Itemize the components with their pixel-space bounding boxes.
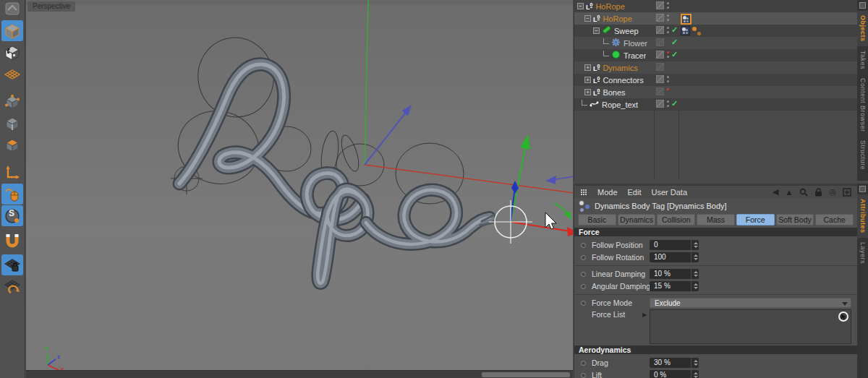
tab-structure[interactable]: Structure: [857, 136, 868, 174]
visibility-toggle[interactable]: [656, 26, 664, 34]
points-mode-button[interactable]: [1, 91, 23, 112]
force-mode-dropdown[interactable]: Exclude: [650, 298, 851, 308]
perspective-viewport[interactable]: Y z x Perspective: [26, 0, 573, 378]
force-list-box[interactable]: [650, 309, 851, 344]
editor-render-dots[interactable]: [667, 51, 670, 60]
tweak-mode-button[interactable]: [1, 184, 23, 205]
object-row-horope[interactable]: L0 HoRope: [574, 0, 857, 12]
angular-damping-input[interactable]: 15 %: [650, 281, 699, 291]
stepper-arrows[interactable]: [691, 240, 699, 250]
object-row-dynamics[interactable]: L0 Dynamics: [574, 61, 857, 74]
visibility-toggle[interactable]: [656, 87, 664, 95]
section-force[interactable]: Force: [574, 228, 857, 236]
keyframe-circle[interactable]: [581, 373, 586, 378]
magnet-button[interactable]: [1, 230, 23, 251]
polygons-mode-button[interactable]: [1, 134, 23, 155]
target-icon[interactable]: ◎: [829, 187, 836, 197]
tab-attributes[interactable]: Attributes: [857, 194, 868, 238]
viewport-camera-label[interactable]: Perspective: [27, 1, 75, 12]
object-row-connectors[interactable]: L0 Connectors: [574, 74, 857, 86]
visibility-toggle[interactable]: [656, 75, 664, 83]
follow-rotation-input[interactable]: 100: [650, 252, 699, 262]
linear-damping-input[interactable]: 10 %: [650, 269, 699, 279]
dynamics-body-tag-selected[interactable]: [681, 14, 692, 25]
keyframe-circle[interactable]: [581, 243, 586, 248]
dynamics-body-tag[interactable]: [681, 26, 690, 35]
collapse-icon[interactable]: [593, 27, 600, 34]
enabled-check[interactable]: ✓: [671, 99, 678, 108]
visibility-toggle[interactable]: [656, 51, 664, 59]
lock-icon[interactable]: [814, 188, 822, 197]
editor-render-dots[interactable]: [667, 14, 670, 23]
collapse-icon[interactable]: [577, 3, 584, 9]
object-row-rope-text[interactable]: Rope_text ✓: [574, 98, 857, 111]
up-arrow-icon[interactable]: ▲: [786, 188, 793, 197]
menu-edit[interactable]: Edit: [628, 188, 642, 197]
collapse-icon[interactable]: [584, 15, 591, 22]
edges-mode-button[interactable]: [1, 113, 23, 134]
object-row-flower[interactable]: Flower ✓: [574, 37, 857, 49]
visibility-toggle[interactable]: [656, 63, 664, 71]
menu-mode[interactable]: Mode: [597, 188, 618, 197]
tab-takes[interactable]: Takes: [857, 46, 868, 74]
editor-render-dots[interactable]: [667, 76, 670, 85]
editor-render-dots[interactable]: [667, 100, 670, 109]
enabled-check[interactable]: ✓: [671, 50, 678, 59]
search-icon[interactable]: [799, 188, 808, 197]
tab-layers[interactable]: Layers: [857, 238, 868, 268]
tab-content-browser[interactable]: Content Browser: [857, 74, 868, 137]
add-panel-icon[interactable]: [843, 188, 851, 197]
panel-grid-icon[interactable]: [580, 189, 587, 196]
tab-soft-body[interactable]: Soft Body: [776, 214, 814, 225]
stepper-arrows[interactable]: [691, 358, 699, 368]
texture-mode-button[interactable]: [1, 42, 23, 63]
visibility-toggle[interactable]: [656, 38, 664, 46]
stepper-arrows[interactable]: [691, 269, 699, 279]
menu-user-data[interactable]: User Data: [652, 188, 688, 197]
tab-dynamics[interactable]: Dynamics: [618, 214, 656, 225]
back-arrow-icon[interactable]: ◀: [773, 187, 778, 197]
model-mode-button[interactable]: [1, 20, 23, 41]
stepper-arrows[interactable]: [691, 281, 699, 291]
drag-input[interactable]: 30 %: [650, 358, 699, 368]
keyframe-circle[interactable]: [581, 301, 586, 306]
convert-clipped-icon[interactable]: [1, 1, 23, 17]
lift-input[interactable]: 0 %: [650, 370, 699, 378]
visibility-toggle[interactable]: [656, 1, 664, 9]
keyframe-circle[interactable]: [581, 272, 586, 277]
expand-icon[interactable]: [584, 77, 591, 83]
visibility-toggle[interactable]: [656, 14, 664, 22]
object-row-sweep[interactable]: Sweep ✓: [574, 25, 857, 37]
object-row-horope-child[interactable]: L0 HoRope: [574, 12, 857, 25]
stepper-arrows[interactable]: [691, 370, 699, 378]
horizontal-scrollbar[interactable]: [482, 372, 570, 377]
snap-button[interactable]: S: [1, 205, 23, 226]
tab-mass[interactable]: Mass: [697, 214, 735, 225]
simulation-tag[interactable]: [692, 27, 701, 35]
section-aerodynamics[interactable]: Aerodynamics: [574, 345, 857, 354]
tab-force[interactable]: Force: [736, 214, 775, 225]
workplane-lock-button[interactable]: [1, 254, 23, 275]
editor-render-dots[interactable]: [667, 27, 670, 35]
follow-position-input[interactable]: 0: [650, 240, 699, 250]
workplane-rotate-button[interactable]: [1, 276, 23, 297]
editor-render-dots[interactable]: [667, 2, 670, 11]
expand-icon[interactable]: [584, 89, 591, 95]
object-row-bones[interactable]: L0 Bones: [574, 86, 857, 98]
enabled-check[interactable]: ✓: [671, 38, 678, 47]
tab-collision[interactable]: Collision: [657, 214, 695, 225]
tab-objects[interactable]: Objects: [857, 11, 868, 46]
visibility-toggle[interactable]: [656, 100, 664, 108]
editor-render-dots[interactable]: [667, 88, 670, 93]
tab-basic[interactable]: Basic: [578, 214, 616, 225]
object-row-tracer[interactable]: Tracer ✓: [574, 49, 857, 61]
axis-mode-button[interactable]: [1, 162, 23, 183]
keyframe-circle[interactable]: [581, 361, 586, 366]
workplane-mode-button[interactable]: [1, 64, 23, 85]
tab-cache[interactable]: Cache: [815, 214, 854, 225]
keyframe-circle[interactable]: [581, 284, 586, 289]
enabled-check[interactable]: ✓: [671, 25, 678, 35]
stepper-arrows[interactable]: [691, 252, 699, 262]
expand-icon[interactable]: [584, 64, 591, 71]
keyframe-circle[interactable]: [581, 255, 586, 260]
